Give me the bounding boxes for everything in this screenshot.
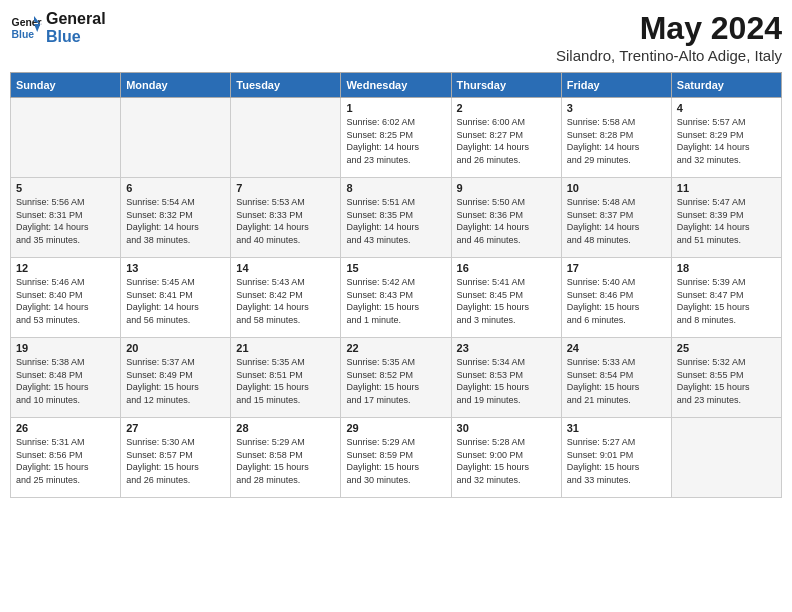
cell-week2-day5: 10Sunrise: 5:48 AM Sunset: 8:37 PM Dayli… <box>561 178 671 258</box>
day-number: 19 <box>16 342 115 354</box>
weekday-header-row: SundayMondayTuesdayWednesdayThursdayFrid… <box>11 73 782 98</box>
day-number: 13 <box>126 262 225 274</box>
cell-info: Sunrise: 5:50 AM Sunset: 8:36 PM Dayligh… <box>457 196 556 246</box>
cell-info: Sunrise: 5:32 AM Sunset: 8:55 PM Dayligh… <box>677 356 776 406</box>
cell-week5-day1: 27Sunrise: 5:30 AM Sunset: 8:57 PM Dayli… <box>121 418 231 498</box>
cell-week2-day1: 6Sunrise: 5:54 AM Sunset: 8:32 PM Daylig… <box>121 178 231 258</box>
cell-week3-day1: 13Sunrise: 5:45 AM Sunset: 8:41 PM Dayli… <box>121 258 231 338</box>
day-number: 29 <box>346 422 445 434</box>
week-row-5: 26Sunrise: 5:31 AM Sunset: 8:56 PM Dayli… <box>11 418 782 498</box>
cell-week1-day3: 1Sunrise: 6:02 AM Sunset: 8:25 PM Daylig… <box>341 98 451 178</box>
cell-week3-day0: 12Sunrise: 5:46 AM Sunset: 8:40 PM Dayli… <box>11 258 121 338</box>
cell-info: Sunrise: 5:40 AM Sunset: 8:46 PM Dayligh… <box>567 276 666 326</box>
title-area: May 2024 Silandro, Trentino-Alto Adige, … <box>556 10 782 64</box>
cell-week3-day6: 18Sunrise: 5:39 AM Sunset: 8:47 PM Dayli… <box>671 258 781 338</box>
cell-info: Sunrise: 6:00 AM Sunset: 8:27 PM Dayligh… <box>457 116 556 166</box>
cell-info: Sunrise: 6:02 AM Sunset: 8:25 PM Dayligh… <box>346 116 445 166</box>
cell-info: Sunrise: 5:45 AM Sunset: 8:41 PM Dayligh… <box>126 276 225 326</box>
day-number: 16 <box>457 262 556 274</box>
day-number: 10 <box>567 182 666 194</box>
day-number: 14 <box>236 262 335 274</box>
cell-info: Sunrise: 5:35 AM Sunset: 8:51 PM Dayligh… <box>236 356 335 406</box>
cell-week2-day6: 11Sunrise: 5:47 AM Sunset: 8:39 PM Dayli… <box>671 178 781 258</box>
cell-info: Sunrise: 5:46 AM Sunset: 8:40 PM Dayligh… <box>16 276 115 326</box>
cell-week5-day5: 31Sunrise: 5:27 AM Sunset: 9:01 PM Dayli… <box>561 418 671 498</box>
week-row-3: 12Sunrise: 5:46 AM Sunset: 8:40 PM Dayli… <box>11 258 782 338</box>
cell-week4-day4: 23Sunrise: 5:34 AM Sunset: 8:53 PM Dayli… <box>451 338 561 418</box>
cell-info: Sunrise: 5:33 AM Sunset: 8:54 PM Dayligh… <box>567 356 666 406</box>
cell-week3-day4: 16Sunrise: 5:41 AM Sunset: 8:45 PM Dayli… <box>451 258 561 338</box>
cell-week4-day3: 22Sunrise: 5:35 AM Sunset: 8:52 PM Dayli… <box>341 338 451 418</box>
header-wednesday: Wednesday <box>341 73 451 98</box>
header-saturday: Saturday <box>671 73 781 98</box>
cell-info: Sunrise: 5:37 AM Sunset: 8:49 PM Dayligh… <box>126 356 225 406</box>
calendar-table: SundayMondayTuesdayWednesdayThursdayFrid… <box>10 72 782 498</box>
cell-week2-day3: 8Sunrise: 5:51 AM Sunset: 8:35 PM Daylig… <box>341 178 451 258</box>
day-number: 7 <box>236 182 335 194</box>
cell-week4-day2: 21Sunrise: 5:35 AM Sunset: 8:51 PM Dayli… <box>231 338 341 418</box>
cell-week2-day2: 7Sunrise: 5:53 AM Sunset: 8:33 PM Daylig… <box>231 178 341 258</box>
day-number: 17 <box>567 262 666 274</box>
header-friday: Friday <box>561 73 671 98</box>
cell-week5-day3: 29Sunrise: 5:29 AM Sunset: 8:59 PM Dayli… <box>341 418 451 498</box>
cell-week2-day0: 5Sunrise: 5:56 AM Sunset: 8:31 PM Daylig… <box>11 178 121 258</box>
day-number: 31 <box>567 422 666 434</box>
day-number: 25 <box>677 342 776 354</box>
cell-week1-day6: 4Sunrise: 5:57 AM Sunset: 8:29 PM Daylig… <box>671 98 781 178</box>
cell-week4-day1: 20Sunrise: 5:37 AM Sunset: 8:49 PM Dayli… <box>121 338 231 418</box>
cell-info: Sunrise: 5:42 AM Sunset: 8:43 PM Dayligh… <box>346 276 445 326</box>
day-number: 26 <box>16 422 115 434</box>
day-number: 21 <box>236 342 335 354</box>
cell-info: Sunrise: 5:29 AM Sunset: 8:58 PM Dayligh… <box>236 436 335 486</box>
logo-icon: General Blue <box>10 12 42 44</box>
header-thursday: Thursday <box>451 73 561 98</box>
day-number: 24 <box>567 342 666 354</box>
cell-week4-day6: 25Sunrise: 5:32 AM Sunset: 8:55 PM Dayli… <box>671 338 781 418</box>
location-subtitle: Silandro, Trentino-Alto Adige, Italy <box>556 47 782 64</box>
cell-week1-day0 <box>11 98 121 178</box>
day-number: 22 <box>346 342 445 354</box>
cell-week5-day0: 26Sunrise: 5:31 AM Sunset: 8:56 PM Dayli… <box>11 418 121 498</box>
day-number: 6 <box>126 182 225 194</box>
day-number: 18 <box>677 262 776 274</box>
cell-info: Sunrise: 5:29 AM Sunset: 8:59 PM Dayligh… <box>346 436 445 486</box>
day-number: 27 <box>126 422 225 434</box>
cell-info: Sunrise: 5:53 AM Sunset: 8:33 PM Dayligh… <box>236 196 335 246</box>
cell-week3-day3: 15Sunrise: 5:42 AM Sunset: 8:43 PM Dayli… <box>341 258 451 338</box>
cell-info: Sunrise: 5:56 AM Sunset: 8:31 PM Dayligh… <box>16 196 115 246</box>
cell-week4-day0: 19Sunrise: 5:38 AM Sunset: 8:48 PM Dayli… <box>11 338 121 418</box>
cell-info: Sunrise: 5:27 AM Sunset: 9:01 PM Dayligh… <box>567 436 666 486</box>
cell-week1-day1 <box>121 98 231 178</box>
day-number: 3 <box>567 102 666 114</box>
day-number: 2 <box>457 102 556 114</box>
day-number: 20 <box>126 342 225 354</box>
cell-info: Sunrise: 5:51 AM Sunset: 8:35 PM Dayligh… <box>346 196 445 246</box>
week-row-2: 5Sunrise: 5:56 AM Sunset: 8:31 PM Daylig… <box>11 178 782 258</box>
logo: General Blue General Blue <box>10 10 106 45</box>
day-number: 1 <box>346 102 445 114</box>
week-row-1: 1Sunrise: 6:02 AM Sunset: 8:25 PM Daylig… <box>11 98 782 178</box>
cell-week5-day6 <box>671 418 781 498</box>
day-number: 28 <box>236 422 335 434</box>
cell-info: Sunrise: 5:58 AM Sunset: 8:28 PM Dayligh… <box>567 116 666 166</box>
cell-week5-day4: 30Sunrise: 5:28 AM Sunset: 9:00 PM Dayli… <box>451 418 561 498</box>
header-monday: Monday <box>121 73 231 98</box>
cell-info: Sunrise: 5:57 AM Sunset: 8:29 PM Dayligh… <box>677 116 776 166</box>
month-year-title: May 2024 <box>556 10 782 47</box>
day-number: 5 <box>16 182 115 194</box>
day-number: 15 <box>346 262 445 274</box>
cell-week4-day5: 24Sunrise: 5:33 AM Sunset: 8:54 PM Dayli… <box>561 338 671 418</box>
cell-info: Sunrise: 5:43 AM Sunset: 8:42 PM Dayligh… <box>236 276 335 326</box>
page-header: General Blue General Blue May 2024 Silan… <box>10 10 782 64</box>
day-number: 30 <box>457 422 556 434</box>
cell-week1-day4: 2Sunrise: 6:00 AM Sunset: 8:27 PM Daylig… <box>451 98 561 178</box>
cell-info: Sunrise: 5:54 AM Sunset: 8:32 PM Dayligh… <box>126 196 225 246</box>
cell-info: Sunrise: 5:28 AM Sunset: 9:00 PM Dayligh… <box>457 436 556 486</box>
cell-week3-day2: 14Sunrise: 5:43 AM Sunset: 8:42 PM Dayli… <box>231 258 341 338</box>
cell-week3-day5: 17Sunrise: 5:40 AM Sunset: 8:46 PM Dayli… <box>561 258 671 338</box>
day-number: 8 <box>346 182 445 194</box>
cell-info: Sunrise: 5:31 AM Sunset: 8:56 PM Dayligh… <box>16 436 115 486</box>
cell-info: Sunrise: 5:34 AM Sunset: 8:53 PM Dayligh… <box>457 356 556 406</box>
cell-info: Sunrise: 5:39 AM Sunset: 8:47 PM Dayligh… <box>677 276 776 326</box>
header-sunday: Sunday <box>11 73 121 98</box>
